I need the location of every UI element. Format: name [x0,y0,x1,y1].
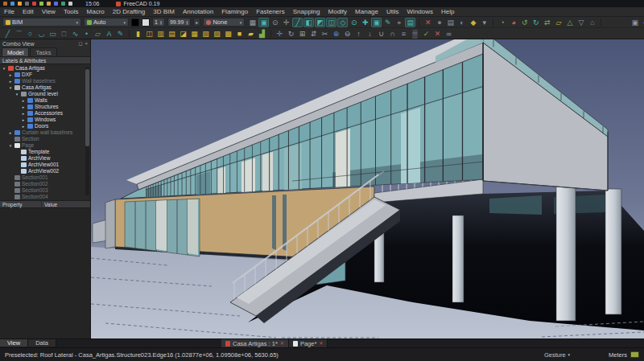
tree-scrollbar[interactable] [85,67,89,195]
app-icon[interactable] [68,2,72,6]
tb2-icon-6[interactable]: ∿ [70,29,80,39]
close-icon[interactable]: ✕ [280,339,284,348]
tb2-icon-0[interactable]: ╱ [2,29,13,39]
tree-item-template[interactable]: Template [0,149,90,155]
tb2-icon-32[interactable]: ↑ [353,29,364,39]
close-icon[interactable]: ✕ [319,339,323,348]
expander-icon[interactable]: ▸ [21,98,26,103]
tb2-icon-35[interactable]: ∩ [387,29,398,39]
expander-icon[interactable]: ▸ [21,124,26,129]
tb1-icon-16[interactable]: ✕ [423,18,433,27]
app-icon[interactable] [18,2,22,6]
menu-fasteners[interactable]: Fasteners [252,7,289,17]
tb2-icon-13[interactable]: ◫ [144,29,155,39]
tb1-icon-6[interactable]: ◩ [315,18,325,27]
expander-icon[interactable]: ▸ [21,111,26,116]
tb1-icon-20[interactable]: ◆ [468,18,478,27]
tree-item-wall-baselines[interactable]: ▸Wall baselines [0,78,90,84]
tab-model[interactable]: Model [2,47,29,56]
tb2-icon-19[interactable]: ▨ [212,29,222,39]
tb1-icon-13[interactable]: ⌖ [394,18,404,27]
tb2-icon-39[interactable]: ✕ [432,29,443,39]
tb2-icon-33[interactable]: ↓ [365,29,375,39]
tb2-icon-34[interactable]: ∪ [376,29,386,39]
face-color-swatch[interactable] [142,18,150,27]
tb2-icon-8[interactable]: ▱ [93,29,103,39]
tree-item-section003[interactable]: Section003 [0,187,90,194]
tb2-icon-27[interactable]: ⊞ [297,29,308,39]
tb1-icon-24[interactable]: ◕ [508,18,518,27]
tb1-icon-18[interactable]: ▤ [445,18,456,27]
menu-annotation[interactable]: Annotation [179,7,217,17]
tab-view[interactable]: View [0,339,28,347]
tree-item-accessories[interactable]: ▸Accessories [0,110,90,117]
app-icon[interactable] [10,2,14,6]
3d-scene[interactable] [91,39,644,338]
tb1-icon-21[interactable]: ▾ [479,18,489,27]
tb2-icon-38[interactable]: ✓ [421,29,431,39]
tb2-icon-22[interactable]: ▰ [246,29,256,39]
tb2-icon-1[interactable]: ⌒ [14,29,24,39]
tb1-icon-3[interactable]: ✛ [281,18,291,27]
menu-file[interactable]: File [0,7,19,17]
tree-item-section001[interactable]: Section001 [0,174,90,181]
tb2-icon-31[interactable]: ⊖ [342,29,353,39]
tree-item-dxf[interactable]: ▸DXF [0,72,90,78]
tb1-icon-31[interactable]: ⌂ [587,18,597,27]
menu-3d-bim[interactable]: 3D BIM [149,7,179,17]
line-color-swatch[interactable] [131,18,139,27]
tree-item-section004[interactable]: Section004 [0,194,90,200]
tree-item-archview001[interactable]: ArchView001 [0,162,90,168]
working-plane-selector[interactable]: Auto ▾ [84,18,129,27]
expander-icon[interactable]: ▸ [8,130,13,135]
expander-icon[interactable]: ▾ [2,66,6,71]
tb1-icon-25[interactable]: ↺ [519,18,530,27]
workbench-selector[interactable]: BIM ▾ [2,18,81,27]
menu-tools[interactable]: Tools [60,7,83,17]
tb1-icon-1[interactable]: ▣ [258,18,269,27]
tree-item-windows[interactable]: ▸Windows [0,117,90,123]
tree-item-archview[interactable]: ArchView [0,155,90,162]
scrollbar-thumb[interactable] [85,69,89,146]
tb2-icon-14[interactable]: ▥ [155,29,166,39]
menu-help[interactable]: Help [437,7,458,17]
tb2-icon-29[interactable]: ✂ [320,29,330,39]
tb2-icon-9[interactable]: A [104,29,114,39]
tab-data[interactable]: Data [28,339,56,347]
tb2-icon-37[interactable]: ▒ [410,29,420,39]
menu-2d-drafting[interactable]: 2D Drafting [109,7,149,17]
app-icon[interactable] [39,2,43,6]
menu-macro[interactable]: Macro [83,7,109,17]
float-panel-icon[interactable]: ◻ [79,39,83,47]
menu-edit[interactable]: Edit [19,7,38,17]
tree-item-doors[interactable]: ▸Doors [0,123,90,129]
expander-icon[interactable]: ▸ [8,79,13,84]
app-icon[interactable] [25,2,29,6]
tb1-icon-5[interactable]: ◧ [303,18,314,27]
tb2-icon-10[interactable]: ✎ [115,29,126,39]
app-icon[interactable] [3,2,7,6]
tb2-icon-18[interactable]: ▧ [200,29,211,39]
tb2-icon-28[interactable]: ⇵ [308,29,319,39]
tb1-icon-27[interactable]: ⇄ [542,18,552,27]
tb1-icon-7[interactable]: ◫ [326,18,336,27]
tb1-icon-11[interactable]: ▣ [371,18,382,27]
tb2-icon-25[interactable]: ✛ [275,29,285,39]
tb2-icon-7[interactable]: • [81,29,92,39]
line-width-spinner[interactable]: 1 ▲▼ [152,18,165,27]
tb2-icon-30[interactable]: ⊕ [331,29,341,39]
expander-icon[interactable]: ▾ [14,92,19,96]
unit-indicator[interactable]: Meters [609,351,639,359]
expander-icon[interactable]: ▾ [8,143,13,148]
tree-item-section002[interactable]: Section002 [0,181,90,187]
tb1-icon-26[interactable]: ↻ [530,18,541,27]
tb2-icon-40[interactable]: ≃ [444,29,454,39]
tb1-icon-8[interactable]: ◇ [337,18,348,27]
tb2-icon-21[interactable]: ■ [234,29,245,39]
tb2-icon-36[interactable]: ≡ [398,29,409,39]
tb1-icon-10[interactable]: ✚ [360,18,370,27]
tb1-icon-34[interactable]: ➔ [641,18,644,27]
tb1-icon-19[interactable]: ◐ [456,18,467,27]
menu-flamingo[interactable]: Flamingo [217,7,252,17]
tb1-icon-29[interactable]: △ [564,18,575,27]
